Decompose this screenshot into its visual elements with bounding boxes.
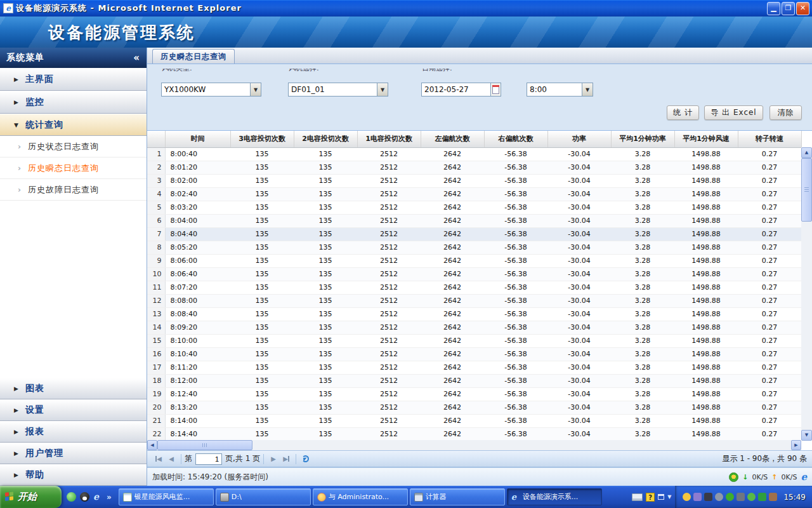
table-row[interactable]: 188:12:0013513525122642-56.38-30.043.281…	[147, 374, 801, 387]
table-row[interactable]: 148:09:2013513525122642-56.38-30.043.281…	[147, 321, 801, 334]
table-row[interactable]: 228:14:4013513525122642-56.38-30.043.281…	[147, 427, 801, 441]
sidebar-subitem-历史状态日志查询[interactable]: ›历史状态日志查询	[0, 136, 147, 157]
horizontal-scrollbar[interactable]: ◀ ▶	[147, 440, 801, 450]
network-icon[interactable]	[693, 493, 702, 501]
table-row[interactable]: 218:14:0013513525122642-56.38-30.043.281…	[147, 414, 801, 427]
prev-page-button[interactable]: ◀	[166, 453, 177, 465]
restore-button[interactable]: ❐	[782, 2, 795, 15]
sidebar-item-统计查询[interactable]: ▼统计查询	[0, 114, 147, 136]
qq-chat-icon	[317, 493, 326, 502]
upload-speed: 0K/S	[782, 473, 797, 481]
date-field[interactable]: 2012-05-27	[421, 83, 501, 97]
scroll-up-icon[interactable]: ▲	[801, 147, 812, 158]
table-row[interactable]: 38:02:0013513525122642-56.38-30.043.2814…	[147, 174, 801, 187]
collapse-sidebar-icon[interactable]: «	[133, 52, 140, 64]
table-row[interactable]: 28:01:2013513525122642-56.38-30.043.2814…	[147, 161, 801, 174]
clear-button[interactable]: 清除	[769, 105, 802, 120]
chevron-down-icon[interactable]: ▼	[582, 83, 593, 96]
sidebar-item-帮助[interactable]: ▶帮助	[0, 464, 147, 486]
messenger-icon[interactable]	[67, 492, 76, 502]
sidebar-item-图表[interactable]: ▶图表	[0, 378, 147, 399]
fan-select[interactable]: DF01_01 ▼	[288, 83, 388, 97]
sidebar-item-设置[interactable]: ▶设置	[0, 399, 147, 421]
last-page-button[interactable]: ▶	[280, 453, 292, 465]
column-header[interactable]: 平均1分钟风速	[674, 131, 738, 147]
tab-history-transient-log[interactable]: 历史瞬态日志查询	[152, 49, 235, 64]
scroll-right-icon[interactable]: ▶	[791, 440, 801, 450]
horizontal-scroll-thumb[interactable]	[157, 440, 252, 450]
sidebar-item-用户管理[interactable]: ▶用户管理	[0, 443, 147, 464]
table-row[interactable]: 208:13:2013513525122642-56.38-30.043.281…	[147, 401, 801, 414]
vertical-scroll-thumb[interactable]	[801, 158, 812, 222]
table-row[interactable]: 178:11:2013513525122642-56.38-30.043.281…	[147, 361, 801, 374]
scroll-down-icon[interactable]: ▼	[801, 430, 812, 441]
minimize-button[interactable]: ▁	[767, 2, 780, 15]
table-row[interactable]: 118:07:2013513525122642-56.38-30.043.281…	[147, 281, 801, 294]
sidebar-subitem-历史瞬态日志查询[interactable]: ›历史瞬态日志查询	[0, 157, 147, 179]
monitor-icon[interactable]	[747, 493, 756, 501]
qq-status-icon[interactable]	[683, 493, 691, 501]
download-manager-icon[interactable]	[729, 472, 738, 482]
column-header[interactable]: 左偏航次数	[421, 131, 484, 147]
column-header[interactable]: 转子转速	[738, 131, 801, 147]
table-row[interactable]: 198:12:4013513525122642-56.38-30.043.281…	[147, 387, 801, 401]
antivirus-icon[interactable]	[726, 493, 734, 501]
tool-icon[interactable]	[737, 493, 745, 501]
table-row[interactable]: 108:06:4013513525122642-56.38-30.043.281…	[147, 267, 801, 281]
column-header[interactable]: 功率	[547, 131, 611, 147]
column-header[interactable]: 平均1分钟功率	[611, 131, 674, 147]
sidebar-item-监控[interactable]: ▶监控	[0, 91, 147, 114]
shield-icon[interactable]	[758, 493, 766, 501]
battery-icon[interactable]	[704, 493, 712, 501]
overflow-chevron-icon[interactable]: »	[107, 493, 112, 502]
taskbar-task-D:\[interactable]: D:\	[216, 488, 311, 505]
column-header[interactable]: 1电容投切次数	[357, 131, 421, 147]
caret-down-icon[interactable]: ▼	[667, 494, 671, 500]
column-header[interactable]: 2电容投切次数	[294, 131, 357, 147]
chevron-down-icon[interactable]: ▼	[377, 83, 388, 96]
table-row[interactable]: 88:05:2013513525122642-56.38-30.043.2814…	[147, 241, 801, 254]
taskbar-task-与 Administrato...[interactable]: 与 Administrato...	[313, 488, 408, 505]
restore-toolbar-icon[interactable]	[658, 494, 664, 500]
chevron-down-icon[interactable]: ▼	[250, 83, 261, 96]
table-row[interactable]: 68:04:0013513525122642-56.38-30.043.2814…	[147, 214, 801, 227]
ie-icon[interactable]: e	[93, 492, 103, 502]
table-row[interactable]: 58:03:2013513525122642-56.38-30.043.2814…	[147, 201, 801, 214]
fan-type-select[interactable]: YX1000KW ▼	[161, 83, 261, 97]
column-header[interactable]: 时间	[165, 131, 230, 147]
package-icon[interactable]	[769, 493, 777, 501]
sidebar-item-报表[interactable]: ▶报表	[0, 421, 147, 443]
page-number-input[interactable]	[195, 453, 222, 465]
table-row[interactable]: 48:02:4013513525122642-56.38-30.043.2814…	[147, 187, 801, 201]
taskbar-task-银星能源风电监...[interactable]: 银星能源风电监...	[119, 488, 214, 505]
export-excel-button[interactable]: 导 出 Excel	[704, 105, 763, 120]
table-row[interactable]: 158:10:0013513525122642-56.38-30.043.281…	[147, 334, 801, 347]
sidebar-item-主界面[interactable]: ▶主界面	[0, 68, 147, 91]
keyboard-icon[interactable]	[632, 493, 643, 501]
qq-icon[interactable]	[80, 492, 89, 502]
time-select[interactable]: 8:00 ▼	[527, 83, 593, 97]
column-header[interactable]: 3电容投切次数	[230, 131, 294, 147]
table-row[interactable]: 168:10:4013513525122642-56.38-30.043.281…	[147, 347, 801, 361]
record-summary: 显示 1 - 90条，共 90 条	[722, 453, 807, 464]
scroll-left-icon[interactable]: ◀	[147, 440, 157, 450]
refresh-icon[interactable]	[302, 455, 309, 462]
taskbar-task-计算器[interactable]: 计算器	[410, 488, 505, 505]
calendar-icon[interactable]	[490, 83, 501, 96]
column-header[interactable]: 右偏航次数	[484, 131, 547, 147]
first-page-button[interactable]: ◀	[153, 453, 164, 465]
start-button[interactable]: 开始	[0, 486, 62, 508]
table-row[interactable]: 78:04:4013513525122642-56.38-30.043.2814…	[147, 227, 801, 241]
statistics-button[interactable]: 统 计	[667, 105, 699, 120]
vertical-scrollbar[interactable]: ▲ ▼	[801, 147, 812, 441]
taskbar-task-设备能源演示系...[interactable]: e设备能源演示系...	[507, 488, 602, 505]
close-button[interactable]: ✕	[796, 2, 809, 15]
next-page-button[interactable]: ▶	[268, 453, 279, 465]
table-row[interactable]: 138:08:4013513525122642-56.38-30.043.281…	[147, 307, 801, 321]
table-row[interactable]: 18:00:4013513525122642-56.38-30.043.2814…	[147, 147, 801, 161]
volume-icon[interactable]	[715, 493, 723, 501]
table-row[interactable]: 98:06:0013513525122642-56.38-30.043.2814…	[147, 254, 801, 267]
sidebar-subitem-历史故障日志查询[interactable]: ›历史故障日志查询	[0, 179, 147, 201]
table-row[interactable]: 128:08:0013513525122642-56.38-30.043.281…	[147, 294, 801, 307]
help-icon[interactable]: ?	[646, 493, 655, 502]
